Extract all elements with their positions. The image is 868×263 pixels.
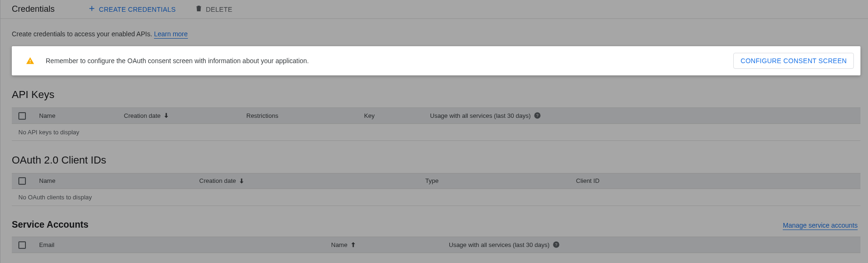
alert-message: Remember to configure the OAuth consent … bbox=[46, 57, 309, 65]
warning-icon bbox=[26, 57, 34, 65]
api-keys-select-all-checkbox[interactable] bbox=[18, 112, 26, 120]
create-credentials-label: Create Credentials bbox=[99, 6, 176, 13]
help-icon[interactable]: ? bbox=[552, 241, 560, 248]
delete-label: Delete bbox=[206, 6, 232, 13]
api-keys-section: API Keys Name Creation date Restrictions bbox=[12, 89, 860, 141]
oauth-table: Name Creation date Type Client ID No OAu… bbox=[12, 173, 860, 206]
col-usage-label: Usage with all services (last 30 days) bbox=[449, 241, 550, 248]
svg-text:?: ? bbox=[536, 114, 538, 118]
plus-icon bbox=[88, 4, 96, 14]
col-usage[interactable]: Usage with all services (last 30 days) ? bbox=[444, 237, 860, 253]
api-keys-title: API Keys bbox=[12, 89, 860, 101]
col-name[interactable]: Name bbox=[34, 173, 195, 189]
intro-text: Create credentials to access your enable… bbox=[12, 30, 860, 38]
oauth-select-all-checkbox[interactable] bbox=[18, 177, 26, 185]
manage-service-accounts-link[interactable]: Manage service accounts bbox=[783, 222, 858, 230]
delete-button[interactable]: Delete bbox=[190, 1, 237, 17]
col-name-label: Name bbox=[331, 241, 348, 248]
intro-text-span: Create credentials to access your enable… bbox=[12, 30, 154, 38]
col-email[interactable]: Email bbox=[34, 237, 326, 253]
col-creation[interactable]: Creation date bbox=[195, 173, 421, 189]
col-usage-label: Usage with all services (last 30 days) bbox=[430, 112, 531, 119]
consent-alert: Remember to configure the OAuth consent … bbox=[12, 46, 860, 75]
service-accounts-table: Email Name Usage with all services (last… bbox=[12, 237, 860, 253]
oauth-section: OAuth 2.0 Client IDs Name Creation date … bbox=[12, 154, 860, 206]
help-icon[interactable]: ? bbox=[534, 112, 541, 119]
service-accounts-section: Service Accounts Manage service accounts… bbox=[12, 219, 860, 253]
oauth-empty: No OAuth clients to display bbox=[12, 189, 860, 206]
col-restrictions[interactable]: Restrictions bbox=[242, 108, 359, 124]
table-row: No API keys to display bbox=[12, 123, 860, 140]
arrow-down-icon bbox=[162, 112, 170, 119]
service-accounts-select-all-checkbox[interactable] bbox=[18, 241, 26, 249]
table-row: No OAuth clients to display bbox=[12, 189, 860, 206]
col-creation[interactable]: Creation date bbox=[119, 108, 242, 124]
col-name[interactable]: Name bbox=[326, 237, 444, 253]
oauth-title: OAuth 2.0 Client IDs bbox=[12, 154, 860, 166]
api-keys-empty: No API keys to display bbox=[12, 123, 860, 140]
col-client-id[interactable]: Client ID bbox=[571, 173, 860, 189]
api-keys-table: Name Creation date Restrictions Key Usag… bbox=[12, 107, 860, 141]
page-title: Credentials bbox=[12, 4, 55, 14]
configure-consent-button[interactable]: Configure Consent Screen bbox=[733, 53, 854, 69]
col-creation-label: Creation date bbox=[124, 112, 161, 119]
toolbar: Credentials Create Credentials Delete bbox=[0, 0, 868, 19]
col-type[interactable]: Type bbox=[421, 173, 571, 189]
arrow-up-icon bbox=[349, 241, 357, 248]
col-key[interactable]: Key bbox=[359, 108, 425, 124]
col-name[interactable]: Name bbox=[34, 108, 119, 124]
col-usage[interactable]: Usage with all services (last 30 days) ? bbox=[425, 108, 860, 124]
arrow-down-icon bbox=[238, 177, 245, 185]
create-credentials-button[interactable]: Create Credentials bbox=[83, 1, 180, 17]
learn-more-link[interactable]: Learn more bbox=[154, 30, 188, 39]
col-creation-label: Creation date bbox=[199, 177, 236, 184]
trash-icon bbox=[195, 4, 203, 14]
service-accounts-title: Service Accounts bbox=[12, 219, 89, 230]
svg-text:?: ? bbox=[555, 243, 557, 247]
